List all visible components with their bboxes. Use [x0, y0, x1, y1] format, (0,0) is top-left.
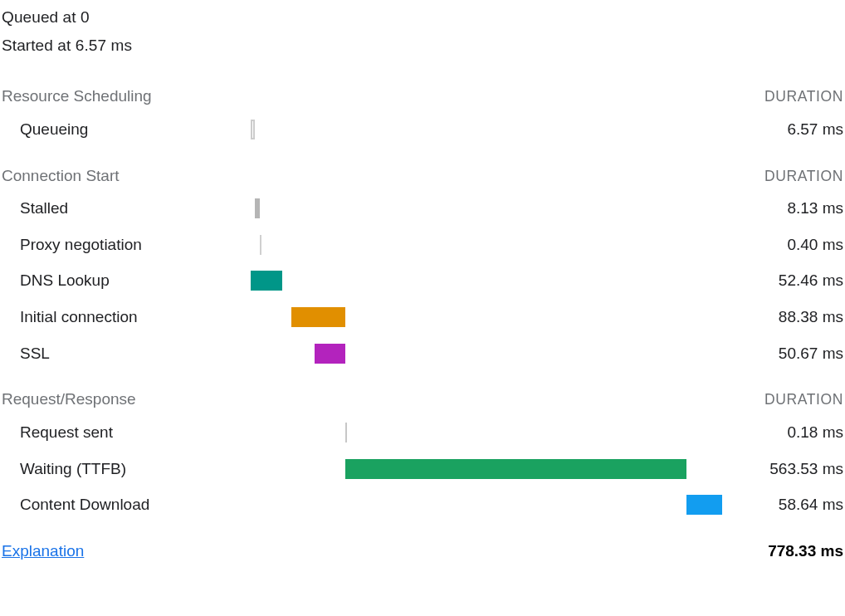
phase-bar-track	[251, 344, 722, 364]
phase-label: Initial connection	[2, 306, 251, 328]
phase-duration: 6.57 ms	[722, 119, 843, 140]
phase-bar	[251, 271, 282, 291]
row-initial-connection: Initial connection 88.38 ms	[2, 306, 843, 328]
phase-label: Stalled	[2, 198, 251, 219]
phase-bar	[251, 120, 255, 139]
section-resource-scheduling: Resource Scheduling DURATION Queueing 6.…	[2, 86, 843, 139]
section-header: Request/Response DURATION	[2, 389, 843, 410]
row-ssl: SSL 50.67 ms	[2, 343, 843, 364]
section-header: Connection Start DURATION	[2, 165, 843, 187]
timing-header: Queued at 0 Started at 6.57 ms	[2, 7, 843, 56]
phase-duration: 0.40 ms	[722, 234, 843, 256]
row-waiting-ttfb: Waiting (TTFB) 563.53 ms	[2, 458, 843, 480]
phase-bar-track	[251, 120, 722, 139]
duration-header-label: DURATION	[764, 87, 843, 107]
duration-header-label: DURATION	[764, 167, 843, 187]
queued-at-line: Queued at 0	[2, 7, 843, 28]
phase-bar	[345, 423, 347, 442]
section-request-response: Request/Response DURATION Request sent 0…	[2, 389, 843, 516]
row-stalled: Stalled 8.13 ms	[2, 198, 843, 219]
phase-bar	[291, 307, 344, 327]
phase-bar-track	[251, 459, 722, 479]
phase-duration: 50.67 ms	[722, 343, 843, 364]
section-title: Resource Scheduling	[2, 86, 152, 107]
phase-label: Queueing	[2, 119, 251, 140]
phase-bar	[260, 235, 261, 255]
phase-label: SSL	[2, 343, 251, 364]
timing-footer: Explanation 778.33 ms	[2, 540, 843, 562]
phase-bar-track	[251, 495, 722, 515]
phase-bar-track	[251, 307, 722, 327]
phase-bar	[345, 459, 686, 479]
timing-panel: Queued at 0 Started at 6.57 ms Resource …	[0, 0, 845, 562]
phase-bar-track	[251, 235, 722, 255]
row-content-download: Content Download 58.64 ms	[2, 494, 843, 516]
phase-bar	[255, 198, 260, 218]
phase-bar	[315, 344, 345, 364]
phase-label: Proxy negotiation	[2, 234, 251, 256]
phase-duration: 8.13 ms	[722, 198, 843, 219]
phase-duration: 563.53 ms	[722, 458, 843, 480]
phase-duration: 52.46 ms	[722, 270, 843, 291]
phase-bar-track	[251, 271, 722, 291]
phase-label: Waiting (TTFB)	[2, 458, 251, 480]
section-title: Connection Start	[2, 165, 120, 187]
row-queueing: Queueing 6.57 ms	[2, 119, 843, 140]
section-header: Resource Scheduling DURATION	[2, 86, 843, 107]
row-request-sent: Request sent 0.18 ms	[2, 422, 843, 443]
total-duration: 778.33 ms	[768, 540, 843, 562]
phase-bar	[686, 495, 722, 515]
explanation-link[interactable]: Explanation	[2, 540, 84, 562]
phase-bar-track	[251, 198, 722, 218]
phase-label: Content Download	[2, 494, 251, 516]
section-title: Request/Response	[2, 389, 136, 410]
row-dns-lookup: DNS Lookup 52.46 ms	[2, 270, 843, 291]
duration-header-label: DURATION	[764, 390, 843, 410]
phase-duration: 88.38 ms	[722, 306, 843, 328]
phase-label: DNS Lookup	[2, 270, 251, 291]
phase-label: Request sent	[2, 422, 251, 443]
phase-duration: 58.64 ms	[722, 494, 843, 516]
row-proxy-negotiation: Proxy negotiation 0.40 ms	[2, 234, 843, 256]
section-connection-start: Connection Start DURATION Stalled 8.13 m…	[2, 165, 843, 364]
started-at-line: Started at 6.57 ms	[2, 35, 843, 56]
phase-bar-track	[251, 423, 722, 442]
phase-duration: 0.18 ms	[722, 422, 843, 443]
